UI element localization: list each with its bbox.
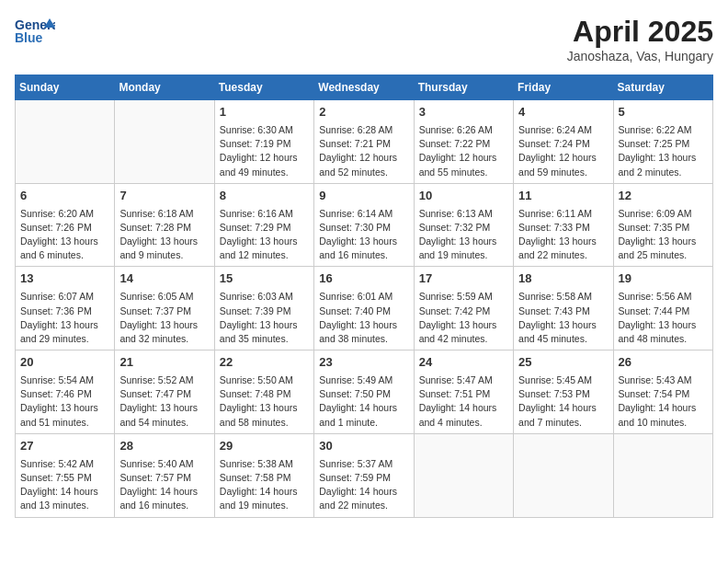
calendar-day-cell: 16Sunrise: 6:01 AM Sunset: 7:40 PM Dayli… <box>314 267 414 350</box>
calendar-day-cell: 9Sunrise: 6:14 AM Sunset: 7:30 PM Daylig… <box>314 183 414 267</box>
day-info: Sunrise: 5:58 AM Sunset: 7:43 PM Dayligh… <box>518 290 608 346</box>
day-number: 21 <box>119 354 209 372</box>
day-info: Sunrise: 5:38 AM Sunset: 7:58 PM Dayligh… <box>220 457 309 513</box>
day-number: 6 <box>20 188 109 205</box>
calendar-day-cell: 19Sunrise: 5:56 AM Sunset: 7:44 PM Dayli… <box>613 267 712 350</box>
day-number: 5 <box>619 104 708 121</box>
calendar-day-cell: 14Sunrise: 6:05 AM Sunset: 7:37 PM Dayli… <box>115 267 214 350</box>
calendar-day-cell: 20Sunrise: 5:54 AM Sunset: 7:46 PM Dayli… <box>16 350 115 434</box>
calendar-week-row: 27Sunrise: 5:42 AM Sunset: 7:55 PM Dayli… <box>16 433 713 517</box>
day-info: Sunrise: 5:42 AM Sunset: 7:55 PM Dayligh… <box>20 457 109 513</box>
day-number: 10 <box>419 188 508 205</box>
calendar-day-cell: 30Sunrise: 5:37 AM Sunset: 7:59 PM Dayli… <box>314 433 414 517</box>
calendar-week-row: 6Sunrise: 6:20 AM Sunset: 7:26 PM Daylig… <box>16 183 713 267</box>
calendar-day-cell: 17Sunrise: 5:59 AM Sunset: 7:42 PM Dayli… <box>414 267 513 350</box>
calendar-day-cell: 8Sunrise: 6:16 AM Sunset: 7:29 PM Daylig… <box>214 183 313 267</box>
day-number: 23 <box>319 354 408 372</box>
calendar-week-row: 20Sunrise: 5:54 AM Sunset: 7:46 PM Dayli… <box>16 350 713 434</box>
title-block: April 2025 Janoshaza, Vas, Hungary <box>567 15 713 63</box>
day-info: Sunrise: 6:16 AM Sunset: 7:29 PM Dayligh… <box>220 207 309 263</box>
day-number: 30 <box>319 438 408 455</box>
day-number: 16 <box>319 270 408 288</box>
day-number: 19 <box>619 270 708 288</box>
calendar-day-cell: 23Sunrise: 5:49 AM Sunset: 7:50 PM Dayli… <box>314 350 414 434</box>
day-info: Sunrise: 5:37 AM Sunset: 7:59 PM Dayligh… <box>319 457 408 513</box>
calendar-day-cell: 11Sunrise: 6:11 AM Sunset: 7:33 PM Dayli… <box>514 183 613 267</box>
day-number: 7 <box>119 188 209 205</box>
day-info: Sunrise: 6:07 AM Sunset: 7:36 PM Dayligh… <box>20 290 109 346</box>
day-number: 22 <box>220 354 309 372</box>
day-number: 18 <box>518 270 608 288</box>
month-title: April 2025 <box>567 15 713 49</box>
day-info: Sunrise: 6:20 AM Sunset: 7:26 PM Dayligh… <box>20 207 109 263</box>
day-number: 28 <box>119 438 209 455</box>
day-number: 20 <box>20 354 109 372</box>
calendar-day-cell <box>414 433 513 517</box>
day-info: Sunrise: 6:13 AM Sunset: 7:32 PM Dayligh… <box>419 207 508 263</box>
day-info: Sunrise: 5:59 AM Sunset: 7:42 PM Dayligh… <box>419 290 508 346</box>
day-info: Sunrise: 5:43 AM Sunset: 7:54 PM Dayligh… <box>619 373 708 430</box>
calendar-header-row: SundayMondayTuesdayWednesdayThursdayFrid… <box>16 75 713 100</box>
day-number: 3 <box>419 104 508 121</box>
day-info: Sunrise: 6:30 AM Sunset: 7:19 PM Dayligh… <box>220 123 309 179</box>
day-of-week-header: Wednesday <box>314 75 414 100</box>
calendar-day-cell: 3Sunrise: 6:26 AM Sunset: 7:22 PM Daylig… <box>414 100 513 184</box>
day-number: 14 <box>119 270 209 288</box>
day-of-week-header: Tuesday <box>214 75 313 100</box>
calendar-day-cell <box>16 100 115 184</box>
day-info: Sunrise: 5:56 AM Sunset: 7:44 PM Dayligh… <box>619 290 708 346</box>
calendar-day-cell: 18Sunrise: 5:58 AM Sunset: 7:43 PM Dayli… <box>514 267 613 350</box>
calendar-week-row: 1Sunrise: 6:30 AM Sunset: 7:19 PM Daylig… <box>16 100 713 184</box>
calendar-table: SundayMondayTuesdayWednesdayThursdayFrid… <box>15 75 713 518</box>
day-info: Sunrise: 5:45 AM Sunset: 7:53 PM Dayligh… <box>518 373 608 430</box>
calendar-day-cell <box>115 100 214 184</box>
day-info: Sunrise: 5:40 AM Sunset: 7:57 PM Dayligh… <box>119 457 209 513</box>
calendar-day-cell: 24Sunrise: 5:47 AM Sunset: 7:51 PM Dayli… <box>414 350 513 434</box>
day-number: 8 <box>220 188 309 205</box>
calendar-day-cell: 4Sunrise: 6:24 AM Sunset: 7:24 PM Daylig… <box>514 100 613 184</box>
day-number: 4 <box>518 104 608 121</box>
day-number: 25 <box>518 354 608 372</box>
day-info: Sunrise: 6:03 AM Sunset: 7:39 PM Dayligh… <box>220 290 309 346</box>
calendar-day-cell <box>613 433 712 517</box>
calendar-day-cell: 28Sunrise: 5:40 AM Sunset: 7:57 PM Dayli… <box>115 433 214 517</box>
day-number: 11 <box>518 188 608 205</box>
svg-text:Blue: Blue <box>15 30 43 45</box>
calendar-day-cell: 21Sunrise: 5:52 AM Sunset: 7:47 PM Dayli… <box>115 350 214 434</box>
day-info: Sunrise: 6:09 AM Sunset: 7:35 PM Dayligh… <box>619 207 708 263</box>
logo: General Blue <box>15 15 59 48</box>
day-number: 17 <box>419 270 508 288</box>
location-subtitle: Janoshaza, Vas, Hungary <box>567 49 713 63</box>
day-of-week-header: Monday <box>115 75 214 100</box>
day-info: Sunrise: 5:47 AM Sunset: 7:51 PM Dayligh… <box>419 373 508 430</box>
day-number: 9 <box>319 188 408 205</box>
day-info: Sunrise: 6:11 AM Sunset: 7:33 PM Dayligh… <box>518 207 608 263</box>
day-number: 1 <box>220 104 309 121</box>
calendar-day-cell: 26Sunrise: 5:43 AM Sunset: 7:54 PM Dayli… <box>613 350 712 434</box>
day-info: Sunrise: 6:22 AM Sunset: 7:25 PM Dayligh… <box>619 123 708 179</box>
day-info: Sunrise: 6:05 AM Sunset: 7:37 PM Dayligh… <box>119 290 209 346</box>
calendar-day-cell: 13Sunrise: 6:07 AM Sunset: 7:36 PM Dayli… <box>16 267 115 350</box>
day-info: Sunrise: 5:54 AM Sunset: 7:46 PM Dayligh… <box>20 373 109 430</box>
day-of-week-header: Thursday <box>414 75 513 100</box>
day-of-week-header: Saturday <box>613 75 712 100</box>
day-of-week-header: Friday <box>514 75 613 100</box>
calendar-day-cell: 6Sunrise: 6:20 AM Sunset: 7:26 PM Daylig… <box>16 183 115 267</box>
calendar-day-cell: 27Sunrise: 5:42 AM Sunset: 7:55 PM Dayli… <box>16 433 115 517</box>
day-number: 13 <box>20 270 109 288</box>
day-info: Sunrise: 5:52 AM Sunset: 7:47 PM Dayligh… <box>119 373 209 430</box>
calendar-day-cell <box>514 433 613 517</box>
day-number: 15 <box>220 270 309 288</box>
calendar-day-cell: 10Sunrise: 6:13 AM Sunset: 7:32 PM Dayli… <box>414 183 513 267</box>
calendar-day-cell: 1Sunrise: 6:30 AM Sunset: 7:19 PM Daylig… <box>214 100 313 184</box>
day-info: Sunrise: 6:14 AM Sunset: 7:30 PM Dayligh… <box>319 207 408 263</box>
day-number: 27 <box>20 438 109 455</box>
logo-icon: General Blue <box>15 15 55 48</box>
calendar-day-cell: 15Sunrise: 6:03 AM Sunset: 7:39 PM Dayli… <box>214 267 313 350</box>
calendar-day-cell: 2Sunrise: 6:28 AM Sunset: 7:21 PM Daylig… <box>314 100 414 184</box>
calendar-day-cell: 12Sunrise: 6:09 AM Sunset: 7:35 PM Dayli… <box>613 183 712 267</box>
calendar-day-cell: 29Sunrise: 5:38 AM Sunset: 7:58 PM Dayli… <box>214 433 313 517</box>
day-number: 2 <box>319 104 408 121</box>
calendar-week-row: 13Sunrise: 6:07 AM Sunset: 7:36 PM Dayli… <box>16 267 713 350</box>
day-info: Sunrise: 6:26 AM Sunset: 7:22 PM Dayligh… <box>419 123 508 179</box>
